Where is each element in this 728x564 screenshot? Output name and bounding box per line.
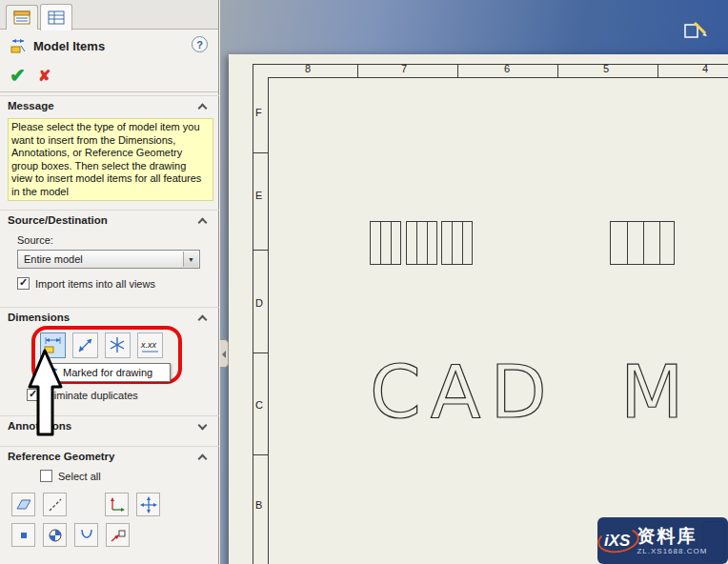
character-outline (406, 221, 437, 265)
up-arrow-annotation (27, 349, 65, 436)
center-of-mass-icon (46, 526, 65, 545)
zone-row-label: C (255, 399, 263, 411)
panel-splitter-handle[interactable] (220, 339, 229, 368)
property-manager-panel: Model Items ? ✔ ✘ Message Please select … (0, 0, 219, 564)
zone-tick (457, 64, 458, 77)
watermark-url: ZL.XS1688.COM (637, 547, 707, 555)
coordinate-systems-button[interactable] (105, 493, 129, 516)
zone-row-label: D (255, 297, 263, 309)
cad-outline-text: CAD M (365, 354, 689, 431)
ok-cancel-bar: ✔ ✘ (0, 61, 218, 92)
help-icon[interactable]: ? (192, 36, 208, 52)
zone-tick (253, 152, 268, 153)
m-text: M (620, 354, 683, 431)
reference-geometry-section-header[interactable]: Reference Geometry (0, 446, 219, 467)
chevron-up-icon (198, 218, 208, 228)
coordinate-system-icon (108, 495, 127, 514)
character-outline (370, 221, 401, 265)
drawing-tool-icon (682, 19, 709, 42)
message-section-label: Message (8, 100, 54, 111)
origin-icon (139, 495, 158, 514)
curves-button[interactable] (74, 523, 98, 547)
point-icon (14, 526, 33, 545)
zone-column-label: 5 (603, 63, 609, 74)
panel-tab-bar (0, 0, 218, 30)
axis-icon (46, 495, 65, 514)
import-all-views-checkbox[interactable] (17, 277, 30, 290)
chevron-down-icon (198, 421, 208, 431)
zone-tick (253, 352, 268, 353)
zone-row-label: E (255, 190, 262, 201)
sheet-inner-border (268, 77, 728, 564)
drawing-sheet[interactable]: 8 7 6 5 4 F E D C B (229, 54, 728, 564)
tooltip-text: Marked for drawing (63, 367, 152, 378)
select-all-checkbox[interactable] (40, 470, 52, 482)
zone-tick (253, 454, 268, 455)
plane-icon (14, 495, 33, 514)
chevron-up-icon (198, 454, 208, 464)
chevron-up-icon (198, 315, 208, 325)
zone-row-label: F (255, 107, 262, 118)
routing-points-button[interactable] (106, 523, 130, 547)
dimensions-label: Dimensions (8, 312, 70, 323)
source-dropdown[interactable]: Entire model (17, 250, 200, 269)
dimensions-section-header[interactable]: Dimensions (0, 307, 219, 328)
watermark-logo: iXS (604, 532, 630, 551)
import-all-views-row: Import items into all views (17, 277, 155, 290)
import-all-views-label: Import items into all views (35, 278, 155, 290)
watermark: iXS 资料库 ZL.XS1688.COM (597, 517, 728, 564)
chevron-down-icon (183, 252, 198, 267)
ok-button[interactable]: ✔ (10, 64, 26, 87)
watermark-ring-icon (596, 524, 641, 555)
page-title: Model Items (33, 39, 105, 53)
watermark-text: 资料库 ZL.XS1688.COM (637, 526, 707, 555)
zone-tick (557, 64, 558, 77)
property-manager-tab-icon (13, 10, 30, 25)
origins-button[interactable] (136, 493, 160, 516)
zone-column-label: 8 (305, 63, 311, 74)
reference-geometry-label: Reference Geometry (8, 451, 115, 462)
cad-text: CAD (370, 354, 556, 431)
zone-column-label: 7 (401, 63, 407, 74)
watermark-title: 资料库 (637, 526, 707, 547)
points-button[interactable] (11, 523, 35, 547)
cancel-button[interactable]: ✘ (38, 67, 51, 85)
curve-icon (77, 526, 96, 545)
source-destination-section-header[interactable]: Source/Destination (0, 210, 219, 231)
drawing-viewport: 8 7 6 5 4 F E D C B (220, 0, 728, 564)
zone-tick (357, 64, 358, 77)
select-all-label: Select all (58, 471, 101, 482)
axes-button[interactable] (43, 493, 67, 516)
message-section-header[interactable]: Message (0, 95, 219, 116)
center-of-mass-button[interactable] (43, 523, 67, 547)
zone-tick (657, 64, 658, 77)
zone-column-label: 4 (702, 63, 708, 74)
model-items-tab-icon (48, 10, 65, 25)
character-outline (610, 221, 675, 265)
panel-header: Model Items (0, 32, 218, 59)
character-outline (441, 221, 473, 265)
source-dropdown-value: Entire model (24, 253, 83, 265)
zone-row-label: B (255, 499, 262, 511)
source-destination-label: Source/Destination (8, 214, 108, 226)
planes-button[interactable] (11, 493, 35, 516)
zone-tick (253, 250, 268, 251)
source-label: Source: (17, 234, 53, 246)
model-items-icon (10, 37, 27, 54)
tab-model-items[interactable] (40, 4, 72, 30)
solidworks-window: Model Items ? ✔ ✘ Message Please select … (0, 0, 728, 564)
chevron-up-icon (198, 104, 208, 113)
tab-property-manager[interactable] (6, 5, 38, 30)
select-all-row: Select all (40, 470, 101, 482)
routing-point-icon (109, 526, 128, 545)
message-text: Please select the type of model item you… (8, 118, 213, 201)
zone-column-label: 6 (504, 63, 510, 74)
